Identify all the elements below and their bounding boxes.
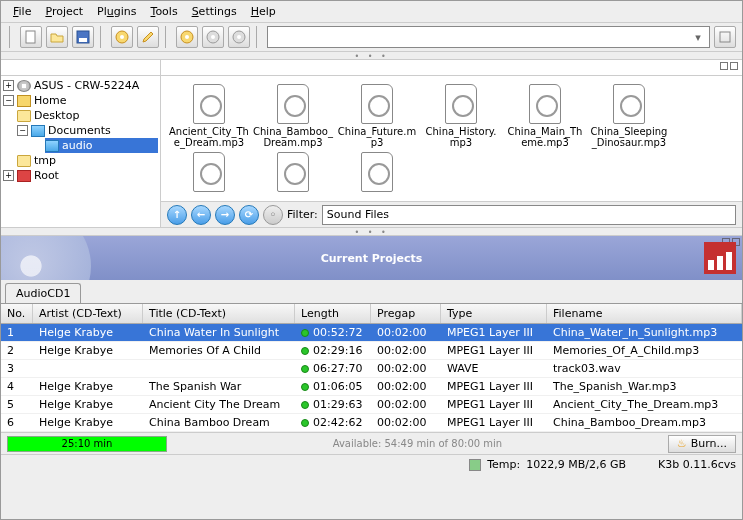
audio-file-icon [277, 84, 309, 124]
k3b-logo [704, 242, 736, 274]
status-led-icon [301, 329, 309, 337]
disc-button-4[interactable] [228, 26, 250, 48]
nav-fwd-button[interactable]: → [215, 205, 235, 225]
app-version: K3b 0.11.6cvs [658, 458, 736, 471]
temp-icon [469, 459, 481, 471]
projects-header: Current Projects [1, 236, 742, 280]
file-label: China_Main_Theme.mp3 [505, 126, 585, 148]
table-row[interactable]: 1Helge KrabyeChina Water In Sunlight00:5… [1, 324, 742, 342]
table-row[interactable]: 306:27:7000:02:00WAVEtrack03.wav [1, 360, 742, 378]
nav-stop-button[interactable]: ◦ [263, 205, 283, 225]
toolbar-extra-button[interactable] [714, 26, 736, 48]
audio-file-icon [193, 152, 225, 192]
capacity-bar: 25:10 min Available: 54:49 min of 80:00 … [1, 432, 742, 454]
nav-reload-button[interactable]: ⟳ [239, 205, 259, 225]
splitter-grip[interactable]: • • • [1, 52, 742, 60]
table-row[interactable]: 2Helge KrabyeMemories Of A Child02:29:16… [1, 342, 742, 360]
splitter-grip-2[interactable]: • • • [1, 228, 742, 236]
tree-item-desktop[interactable]: Desktop [17, 108, 158, 123]
tree-item-home[interactable]: −Home [3, 93, 158, 108]
toolbar: ▾ [1, 23, 742, 52]
tab-audiocd1[interactable]: AudioCD1 [5, 283, 81, 303]
nav-back-button[interactable]: ← [191, 205, 211, 225]
svg-point-4 [120, 35, 124, 39]
tree-item-drive[interactable]: +ASUS - CRW-5224A [3, 78, 158, 93]
file-label: China_Bamboo_Dream.mp3 [253, 126, 333, 148]
temp-value: 1022,9 MB/2,6 GB [526, 458, 626, 471]
audio-file-icon [613, 84, 645, 124]
file-item[interactable]: Ancient_City_The_Dream.mp3 [169, 84, 249, 148]
tree-item-audio[interactable]: audio [45, 138, 158, 153]
status-led-icon [301, 419, 309, 427]
nav-up-button[interactable]: ↑ [167, 205, 187, 225]
file-label: China_History.mp3 [421, 126, 501, 148]
file-item[interactable] [253, 152, 333, 192]
file-item[interactable]: China_Bamboo_Dream.mp3 [253, 84, 333, 148]
file-item[interactable]: China_History.mp3 [421, 84, 501, 148]
audio-file-icon [361, 152, 393, 192]
file-label: China_Sleeping_Dinosaur.mp3 [589, 126, 669, 148]
temp-label: Temp: [487, 458, 520, 471]
new-button[interactable] [20, 26, 42, 48]
filter-label: Filter: [287, 208, 318, 221]
svg-point-8 [211, 35, 215, 39]
folder-tree: +ASUS - CRW-5224A −Home Desktop −Documen… [1, 60, 161, 227]
filter-input[interactable] [322, 205, 736, 225]
file-item[interactable]: China_Main_Theme.mp3 [505, 84, 585, 148]
file-pane: Ancient_City_The_Dream.mp3China_Bamboo_D… [161, 60, 742, 227]
audio-file-icon [361, 84, 393, 124]
file-label: China_Future.mp3 [337, 126, 417, 148]
menubar: File Project Plugins Tools Settings Help [1, 1, 742, 23]
file-label: Ancient_City_The_Dream.mp3 [169, 126, 249, 148]
status-led-icon [301, 347, 309, 355]
svg-rect-2 [79, 38, 87, 42]
project-tabs: AudioCD1 [1, 280, 742, 304]
svg-point-6 [185, 35, 189, 39]
burn-button[interactable]: ♨Burn... [668, 435, 736, 453]
pane-controls[interactable] [718, 60, 742, 75]
disc-button-2[interactable] [176, 26, 198, 48]
audio-file-icon [193, 84, 225, 124]
table-row[interactable]: 4Helge KrabyeThe Spanish War01:06:0500:0… [1, 378, 742, 396]
file-item[interactable] [169, 152, 249, 192]
menu-settings[interactable]: Settings [186, 3, 243, 20]
save-button[interactable] [72, 26, 94, 48]
disc-button-1[interactable] [111, 26, 133, 48]
audio-file-icon [445, 84, 477, 124]
tree-item-tmp[interactable]: tmp [17, 153, 158, 168]
table-row[interactable]: 6Helge KrabyeChina Bamboo Dream02:42:620… [1, 414, 742, 432]
svg-rect-11 [720, 32, 730, 42]
tree-item-root[interactable]: +Root [3, 168, 158, 183]
edit-button[interactable] [137, 26, 159, 48]
disc-graphic [1, 236, 101, 280]
menu-plugins[interactable]: Plugins [91, 3, 142, 20]
capacity-info: Available: 54:49 min of 80:00 min [175, 438, 660, 449]
menu-project[interactable]: Project [39, 3, 89, 20]
grid-header[interactable]: No. Artist (CD-Text) Title (CD-Text) Len… [1, 304, 742, 324]
menu-file[interactable]: File [7, 3, 37, 20]
filter-bar: ↑ ← → ⟳ ◦ Filter: [161, 201, 742, 227]
table-row[interactable]: 5Helge KrabyeAncient City The Dream01:29… [1, 396, 742, 414]
audio-file-icon [277, 152, 309, 192]
toolbar-combo[interactable]: ▾ [267, 26, 710, 48]
svg-point-10 [237, 35, 241, 39]
status-led-icon [301, 401, 309, 409]
tree-item-documents[interactable]: −Documents [17, 123, 158, 138]
projects-title: Current Projects [321, 252, 423, 265]
menu-help[interactable]: Help [245, 3, 282, 20]
statusbar: Temp: 1022,9 MB/2,6 GB K3b 0.11.6cvs [1, 454, 742, 474]
capacity-used: 25:10 min [7, 436, 167, 452]
svg-rect-0 [26, 31, 35, 43]
track-grid: No. Artist (CD-Text) Title (CD-Text) Len… [1, 304, 742, 432]
burn-icon: ♨ [677, 437, 687, 450]
menu-tools[interactable]: Tools [145, 3, 184, 20]
status-led-icon [301, 365, 309, 373]
audio-file-icon [529, 84, 561, 124]
status-led-icon [301, 383, 309, 391]
disc-button-3[interactable] [202, 26, 224, 48]
file-item[interactable] [337, 152, 417, 192]
file-item[interactable]: China_Future.mp3 [337, 84, 417, 148]
file-item[interactable]: China_Sleeping_Dinosaur.mp3 [589, 84, 669, 148]
open-button[interactable] [46, 26, 68, 48]
